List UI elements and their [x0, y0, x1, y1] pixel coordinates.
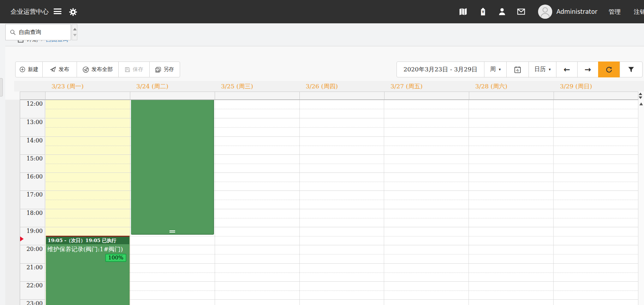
spinner-down-icon[interactable] — [73, 34, 77, 36]
grid-left-margin — [5, 100, 20, 305]
week-view-label: 周 — [490, 66, 496, 73]
day-header-label: 3/25 (周三) — [215, 81, 299, 92]
allday-cells — [45, 92, 638, 100]
day-headers: 3/23 (周一)3/24 (周二)3/25 (周三)3/26 (周四)3/27… — [45, 81, 638, 92]
time-label: 16:00 — [20, 172, 45, 190]
publish-all-button[interactable]: 发布全部 — [77, 61, 119, 77]
day-header-label: 3/24 (周二) — [130, 81, 215, 92]
time-label: 18:00 — [20, 209, 45, 227]
day-column-saturday[interactable] — [469, 100, 554, 305]
event-title: 维护保养记录(阀门:1#阀门) — [46, 244, 129, 253]
filter-button[interactable] — [620, 61, 643, 77]
sidebar-collapse-handle[interactable] — [0, 78, 3, 96]
save-as-button[interactable]: 另存 — [149, 61, 180, 77]
map-icon[interactable] — [459, 7, 467, 16]
new-button-label: 新建 — [28, 66, 38, 73]
vertical-scrollbar[interactable] — [638, 100, 644, 305]
menu-icon[interactable] — [54, 8, 61, 15]
time-label: 14:00 — [20, 136, 45, 154]
allday-resize-icon[interactable] — [638, 93, 643, 99]
progress-badge: 100% — [105, 254, 126, 262]
week-view-dropdown[interactable]: 周 ▾ — [484, 61, 507, 77]
publish-button-label: 发布 — [59, 66, 69, 73]
arrow-left-icon: ← — [564, 65, 570, 74]
day-header-label: 3/29 (周日) — [554, 81, 638, 92]
time-gutter: 12:0013:0014:0015:0016:0017:0018:0019:00… — [20, 100, 45, 305]
calendar-mode-dropdown[interactable]: 日历 ▾ — [529, 61, 556, 77]
refresh-button[interactable] — [598, 61, 620, 77]
today-button[interactable]: 今 — [506, 61, 529, 77]
time-label: 23:00 — [20, 299, 45, 305]
allday-cell[interactable] — [469, 92, 554, 100]
time-label: 12:00 — [20, 100, 45, 118]
chevron-down-icon: ▾ — [499, 67, 501, 72]
svg-text:¥: ¥ — [482, 10, 484, 14]
chevron-down-icon: ▾ — [549, 67, 551, 72]
user-icon[interactable] — [498, 7, 506, 16]
mail-icon[interactable] — [517, 7, 525, 16]
time-label: 21:00 — [20, 263, 45, 281]
save-as-button-label: 另存 — [163, 66, 174, 73]
date-range-display[interactable]: 2020年3月23日 - 3月29日 — [396, 61, 484, 77]
days-area: 19:05 -（次日）19:05 已执行 维护保养记录(阀门:1#阀门) 100… — [46, 100, 638, 305]
grid-frame: 12:0013:0014:0015:0016:0017:0018:0019:00… — [20, 100, 638, 305]
save-button[interactable]: 保存 — [118, 61, 150, 77]
day-header-label: 3/23 (周一) — [45, 81, 130, 92]
scroll-up-icon[interactable] — [639, 102, 643, 105]
allday-row — [20, 92, 638, 100]
day-header-label: 3/27 (周五) — [384, 81, 469, 92]
logout-link[interactable]: 注销 — [634, 0, 644, 23]
svg-text:今: 今 — [516, 68, 519, 72]
day-column-sunday[interactable] — [554, 100, 638, 305]
day-column-friday[interactable] — [384, 100, 469, 305]
allday-cell[interactable] — [384, 92, 469, 100]
allday-cell[interactable] — [215, 92, 299, 100]
resize-handle-icon[interactable] — [169, 230, 175, 233]
price-tag-icon[interactable]: ¥ — [479, 7, 487, 16]
calendar-mode-label: 日历 — [534, 66, 545, 73]
event-block-tuesday[interactable] — [131, 100, 214, 235]
allday-cell[interactable] — [299, 92, 384, 100]
free-query-dropdown[interactable]: 自由查询 — [5, 24, 71, 40]
new-button[interactable]: 新建 — [15, 61, 43, 77]
content-panel: 新建 发布 发布全部 保存 另存 2020年3月23日 - 3月29日 周 ▾ … — [5, 46, 644, 305]
refresh-icon — [606, 66, 613, 73]
event-time-label: 19:05 -（次日）19:05 已执行 — [46, 237, 129, 244]
dropdown-scroll-spinner[interactable] — [72, 24, 77, 40]
avatar[interactable] — [538, 5, 552, 19]
search-icon — [10, 29, 16, 35]
publish-button[interactable]: 发布 — [42, 61, 77, 77]
filter-funnel-icon — [628, 67, 634, 72]
time-label: 20:00 — [20, 245, 45, 263]
user-name[interactable]: Administrator — [556, 0, 597, 23]
day-header-label: 3/28 (周六) — [469, 81, 554, 92]
event-maintenance-task[interactable]: 19:05 -（次日）19:05 已执行 维护保养记录(阀门:1#阀门) 100… — [46, 236, 130, 305]
time-label: 13:00 — [20, 118, 45, 136]
free-query-value: 自由查询 — [19, 29, 41, 36]
time-label: 19:00 — [20, 227, 45, 245]
time-label: 22:00 — [20, 281, 45, 299]
manage-link[interactable]: 管理 — [609, 0, 621, 23]
date-range-label: 2020年3月23日 - 3月29日 — [404, 65, 478, 74]
arrow-right-icon: → — [585, 65, 591, 74]
save-button-label: 保存 — [133, 66, 143, 73]
allday-cell[interactable] — [554, 92, 638, 100]
day-column-thursday[interactable] — [300, 100, 384, 305]
settings-gear-icon[interactable] — [69, 8, 77, 16]
calendar-grid: 12:0013:0014:0015:0016:0017:0018:0019:00… — [5, 100, 644, 305]
allday-gutter — [20, 92, 45, 100]
prev-week-button[interactable]: ← — [556, 61, 578, 77]
allday-cell[interactable] — [130, 92, 215, 100]
current-time-marker-icon — [20, 236, 24, 241]
time-label: 15:00 — [20, 154, 45, 172]
next-week-button[interactable]: → — [577, 61, 598, 77]
publish-all-button-label: 发布全部 — [91, 66, 113, 73]
app-title: 企业运营中心 — [11, 0, 49, 23]
time-label: 17:00 — [20, 190, 45, 209]
spinner-up-icon[interactable] — [73, 28, 77, 30]
day-header-label: 3/26 (周四) — [299, 81, 384, 92]
day-column-wednesday[interactable] — [215, 100, 300, 305]
allday-cell[interactable] — [45, 92, 130, 100]
top-navbar: 企业运营中心 ¥ — [0, 0, 644, 23]
